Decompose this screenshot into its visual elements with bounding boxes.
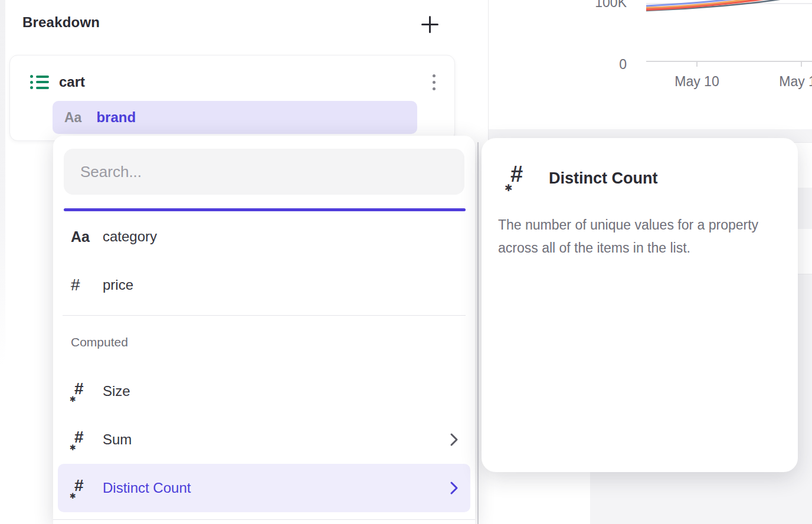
computed-number-icon: # ✱ [71,381,91,402]
y-tick-label: 0 [619,57,627,72]
property-item-category[interactable]: Aa category [53,212,475,261]
computed-number-icon: # ✱ [505,164,532,192]
computed-number-icon: # ✱ [71,477,91,499]
x-tick-label: May 10 [675,74,719,89]
property-item-price[interactable]: # price [53,261,475,309]
x-tick-label: May 17 [779,74,812,89]
plus-icon [421,16,438,33]
info-card-header: # ✱ Distinct Count [482,138,798,192]
computed-item-distinct-count[interactable]: # ✱ Distinct Count [58,464,470,512]
property-list: Aa category # price [53,212,475,309]
active-tab-indicator [64,208,466,211]
panel-divider [477,142,479,524]
kebab-menu-icon[interactable] [425,70,443,94]
section-divider [63,315,466,316]
list-property-icon [30,73,49,91]
breakdown-section-title: Breakdown [22,14,100,31]
breakdown-group-header[interactable]: cart [30,66,443,99]
computed-section-label: Computed [71,335,475,349]
y-tick-label: 100K [595,0,627,10]
computed-item-size[interactable]: # ✱ Size [53,367,475,415]
info-card-description: The number of unique values for a proper… [498,214,780,260]
insights-screen: 100K 0 May 10 May 17 Breakdown cart Aa b… [0,0,812,524]
chevron-right-icon [450,481,459,495]
computed-number-icon: # ✱ [71,429,91,450]
computed-list: # ✱ Size # ✱ Sum [53,367,475,512]
line-chart: 100K 0 May 10 May 17 [488,0,812,136]
info-card-title: Distinct Count [549,169,657,188]
property-dropdown: Aa category # price Computed # ✱ Size [53,136,475,524]
text-property-icon: Aa [64,110,81,126]
list-bottom-divider [53,519,475,520]
search-input[interactable] [64,149,464,195]
page-left-edge [0,0,5,366]
computed-item-sum[interactable]: # ✱ Sum [53,415,475,464]
selected-breakdown-property[interactable]: Aa brand [53,101,417,134]
number-property-icon: # [71,276,80,294]
group-property-name: cart [59,74,85,90]
breakdown-group-card: cart Aa brand [9,55,455,141]
chevron-right-icon [450,433,459,447]
text-property-icon: Aa [71,228,90,245]
search-wrapper [64,149,464,195]
property-info-card: # ✱ Distinct Count The number of unique … [482,138,798,472]
selected-property-label: brand [96,109,136,126]
add-breakdown-button[interactable] [415,11,444,38]
